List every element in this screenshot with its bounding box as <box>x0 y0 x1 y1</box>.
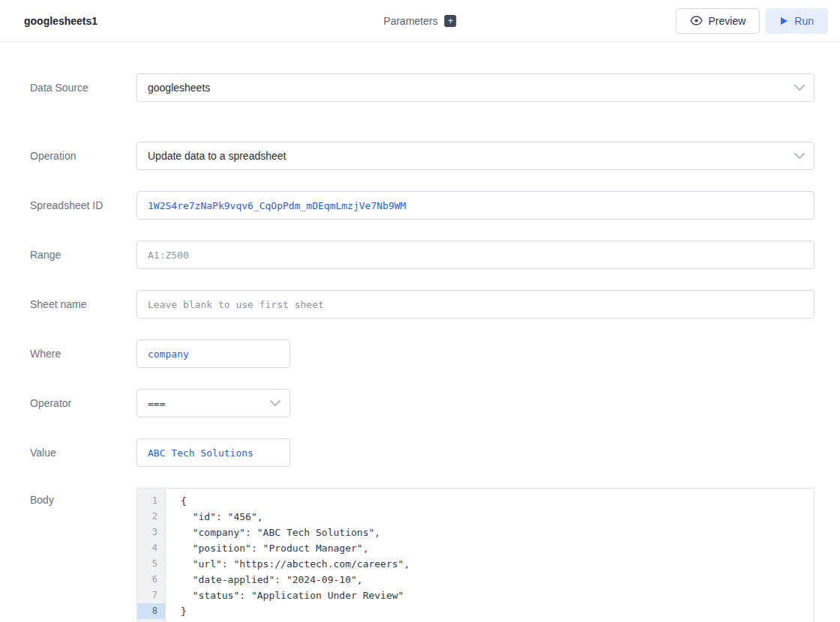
value-control <box>136 438 290 467</box>
code-line: "date-applied": "2024-09-10", <box>181 572 814 588</box>
field-row-value: Value <box>30 438 814 467</box>
top-bar: googlesheets1 Parameters + Preview Run <box>0 0 840 42</box>
operator-select[interactable]: === <box>136 389 290 417</box>
preview-button[interactable]: Preview <box>676 8 760 34</box>
line-number-active: 8 <box>137 603 165 619</box>
play-icon <box>780 16 788 25</box>
code-line: "position": "Product Manager", <box>181 540 814 556</box>
where-control <box>136 339 290 368</box>
add-parameter-button[interactable]: + <box>445 15 457 27</box>
step-title: googlesheets1 <box>24 15 98 27</box>
data-source-label: Data Source <box>30 82 136 94</box>
field-row-operation: Operation Update data to a spreadsheet <box>30 142 814 170</box>
chevron-down-icon <box>794 81 805 94</box>
line-number: 5 <box>137 556 165 572</box>
code-line: } <box>181 603 814 619</box>
range-label: Range <box>30 249 136 261</box>
value-input[interactable] <box>148 439 279 466</box>
field-row-data-source: Data Source googlesheets <box>30 73 814 102</box>
line-number: 7 <box>137 588 165 603</box>
header-actions: Preview Run <box>676 8 828 34</box>
chevron-down-icon <box>794 149 805 163</box>
code-line: { <box>181 493 814 509</box>
operation-select[interactable]: Update data to a spreadsheet <box>136 142 814 170</box>
operator-label: Operator <box>30 397 136 409</box>
spreadsheet-id-label: Spreadsheet ID <box>30 199 136 211</box>
body-code-editor[interactable]: 1 2 3 4 5 6 7 8 { "id": "456", "company"… <box>136 488 814 622</box>
where-input[interactable] <box>148 340 279 367</box>
eye-icon <box>690 16 703 25</box>
chevron-down-icon <box>270 396 280 410</box>
field-row-spreadsheet-id: Spreadsheet ID <box>30 191 814 220</box>
run-button-label: Run <box>794 15 814 27</box>
operation-label: Operation <box>30 150 136 162</box>
line-number: 4 <box>137 540 165 556</box>
code-line: "company": "ABC Tech Solutions", <box>181 525 814 540</box>
spreadsheet-id-control <box>136 191 814 220</box>
where-label: Where <box>30 348 136 360</box>
operation-value: Update data to a spreadsheet <box>148 150 286 162</box>
spreadsheet-id-input[interactable] <box>148 192 803 219</box>
sheet-name-input[interactable] <box>148 291 803 318</box>
line-number-gutter: 1 2 3 4 5 6 7 8 <box>137 489 166 622</box>
parameters-label: Parameters <box>383 15 437 27</box>
range-input[interactable] <box>148 241 803 268</box>
run-button[interactable]: Run <box>766 8 828 34</box>
line-number: 2 <box>137 509 165 525</box>
field-row-range: Range <box>30 241 814 269</box>
parameters-form: Data Source googlesheets Operation Updat… <box>0 42 840 622</box>
field-row-operator: Operator === <box>30 389 814 417</box>
data-source-value: googlesheets <box>148 82 210 94</box>
code-area[interactable]: { "id": "456", "company": "ABC Tech Solu… <box>166 489 814 622</box>
code-line: "url": "https://abctech.com/careers", <box>181 556 814 572</box>
code-line: "status": "Application Under Review" <box>181 588 814 603</box>
field-row-sheet-name: Sheet name <box>30 290 814 318</box>
code-line: "id": "456", <box>181 509 814 525</box>
operator-value: === <box>148 398 165 409</box>
sheet-name-label: Sheet name <box>30 298 136 310</box>
line-number: 3 <box>137 525 165 540</box>
line-number: 6 <box>137 572 165 588</box>
range-control <box>136 241 814 269</box>
sheet-name-control <box>136 290 814 318</box>
preview-button-label: Preview <box>709 15 746 27</box>
parameters-group: Parameters + <box>383 15 456 27</box>
body-label: Body <box>30 488 136 506</box>
line-number: 1 <box>137 493 165 509</box>
data-source-select[interactable]: googlesheets <box>136 73 814 102</box>
field-row-body: Body 1 2 3 4 5 6 7 8 { "id": "456", "com… <box>30 488 814 622</box>
value-label: Value <box>30 447 136 459</box>
field-row-where: Where <box>30 339 814 368</box>
